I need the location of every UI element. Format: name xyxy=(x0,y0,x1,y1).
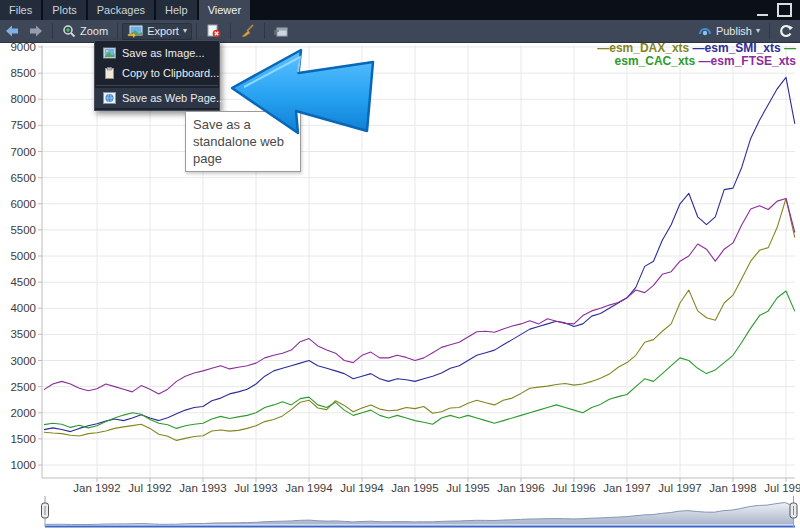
tab-help[interactable]: Help xyxy=(156,0,197,20)
chart-legend: —esm_DAX_xts —esm_SMI_xts — esm_CAC_xts … xyxy=(597,42,796,68)
chevron-down-icon: ▾ xyxy=(756,27,760,35)
clear-all-button[interactable] xyxy=(235,22,260,40)
svg-text:1500: 1500 xyxy=(10,433,36,445)
svg-text:7500: 7500 xyxy=(10,119,36,131)
minimize-icon[interactable] xyxy=(757,11,768,16)
menu-item-copy-to-clipboard[interactable]: Copy to Clipboard... xyxy=(95,63,219,83)
back-button[interactable] xyxy=(0,22,24,40)
svg-text:7000: 7000 xyxy=(10,146,36,158)
svg-text:3000: 3000 xyxy=(10,355,36,367)
svg-text:Jan 1998: Jan 1998 xyxy=(709,482,756,494)
svg-text:4000: 4000 xyxy=(10,302,36,314)
legend-swatch: — xyxy=(784,41,796,55)
menu-item-label: Save as Web Page... xyxy=(122,92,225,104)
menu-item-label: Copy to Clipboard... xyxy=(122,67,219,79)
legend-line-2: esm_CAC_xts —esm_FTSE_xts xyxy=(597,55,796,68)
export-label: Export xyxy=(147,25,179,37)
publish-label: Publish xyxy=(716,25,752,37)
range-handle-left[interactable] xyxy=(42,496,49,527)
svg-text:Jan 1996: Jan 1996 xyxy=(497,482,544,494)
open-in-new-window-button[interactable] xyxy=(269,23,294,40)
open-in-new-window-icon xyxy=(274,25,289,38)
svg-text:Jan 1994: Jan 1994 xyxy=(285,482,333,494)
svg-text:6500: 6500 xyxy=(10,172,36,184)
svg-text:8500: 8500 xyxy=(10,67,36,79)
svg-text:Jul 1998: Jul 1998 xyxy=(764,482,800,494)
menu-separator xyxy=(96,85,218,86)
svg-text:Jul 1997: Jul 1997 xyxy=(658,482,701,494)
svg-text:3500: 3500 xyxy=(10,328,36,340)
back-arrow-icon xyxy=(5,24,19,38)
zoom-magnifier-icon xyxy=(62,24,76,38)
svg-text:5000: 5000 xyxy=(10,250,36,262)
svg-text:Jul 1994: Jul 1994 xyxy=(340,482,384,494)
menu-item-save-as-web-page[interactable]: Save as Web Page... xyxy=(95,88,219,108)
svg-text:Jan 1995: Jan 1995 xyxy=(391,482,438,494)
publish-button[interactable]: Publish ▾ xyxy=(693,23,765,40)
refresh-button[interactable] xyxy=(774,22,798,40)
remove-viewer-item-button[interactable] xyxy=(201,22,226,40)
legend-label: esm_DAX_xts xyxy=(609,41,692,55)
svg-text:6000: 6000 xyxy=(10,198,36,210)
svg-text:Jan 1997: Jan 1997 xyxy=(603,482,650,494)
legend-label: esm_SMI_xts xyxy=(705,41,784,55)
image-icon xyxy=(103,47,116,59)
svg-text:Jul 1993: Jul 1993 xyxy=(234,482,277,494)
tab-packages[interactable]: Packages xyxy=(88,0,154,20)
forward-button[interactable] xyxy=(24,22,48,40)
range-selector[interactable] xyxy=(42,496,798,527)
zoom-button[interactable]: Zoom xyxy=(57,22,113,40)
svg-text:Jul 1995: Jul 1995 xyxy=(446,482,489,494)
svg-text:4500: 4500 xyxy=(10,276,36,288)
svg-text:2500: 2500 xyxy=(10,381,36,393)
export-menu: Save as Image... Copy to Clipboard... xyxy=(94,40,220,111)
chevron-down-icon: ▾ xyxy=(183,27,187,35)
svg-text:Jan 1992: Jan 1992 xyxy=(73,482,120,494)
legend-swatch: — xyxy=(597,41,609,55)
svg-text:Jan 1993: Jan 1993 xyxy=(179,482,226,494)
publish-icon xyxy=(698,25,712,38)
maximize-icon[interactable] xyxy=(777,3,792,17)
rstudio-viewer-pane: 1000150020002500300035004000450050005500… xyxy=(0,0,800,529)
svg-text:8000: 8000 xyxy=(10,93,36,105)
zoom-label: Zoom xyxy=(80,25,108,37)
legend-label: esm_CAC_xts xyxy=(615,54,699,68)
svg-text:5500: 5500 xyxy=(10,224,36,236)
menu-item-save-as-image[interactable]: Save as Image... xyxy=(95,43,219,63)
refresh-icon xyxy=(779,24,793,38)
forward-arrow-icon xyxy=(29,24,43,38)
export-button[interactable]: Export ▾ xyxy=(122,23,192,40)
remove-viewer-item-icon xyxy=(206,24,221,38)
tab-plots[interactable]: Plots xyxy=(43,0,85,20)
legend-swatch: — xyxy=(699,54,711,68)
export-tooltip: Save as a standalone web page xyxy=(185,111,301,172)
svg-text:Jul 1996: Jul 1996 xyxy=(552,482,595,494)
svg-text:2000: 2000 xyxy=(10,407,36,419)
webpage-icon xyxy=(103,92,116,104)
legend-label: esm_FTSE_xts xyxy=(711,54,796,68)
pane-tab-bar: Files Plots Packages Help Viewer xyxy=(0,0,800,20)
clipboard-icon xyxy=(103,67,116,79)
export-image-icon xyxy=(127,25,143,38)
svg-text:1000: 1000 xyxy=(10,459,36,471)
legend-swatch: — xyxy=(693,41,705,55)
tab-files[interactable]: Files xyxy=(0,0,41,20)
tab-viewer[interactable]: Viewer xyxy=(199,0,250,20)
menu-item-label: Save as Image... xyxy=(122,47,205,59)
clear-all-broom-icon xyxy=(240,24,255,38)
svg-text:Jul 1992: Jul 1992 xyxy=(128,482,171,494)
